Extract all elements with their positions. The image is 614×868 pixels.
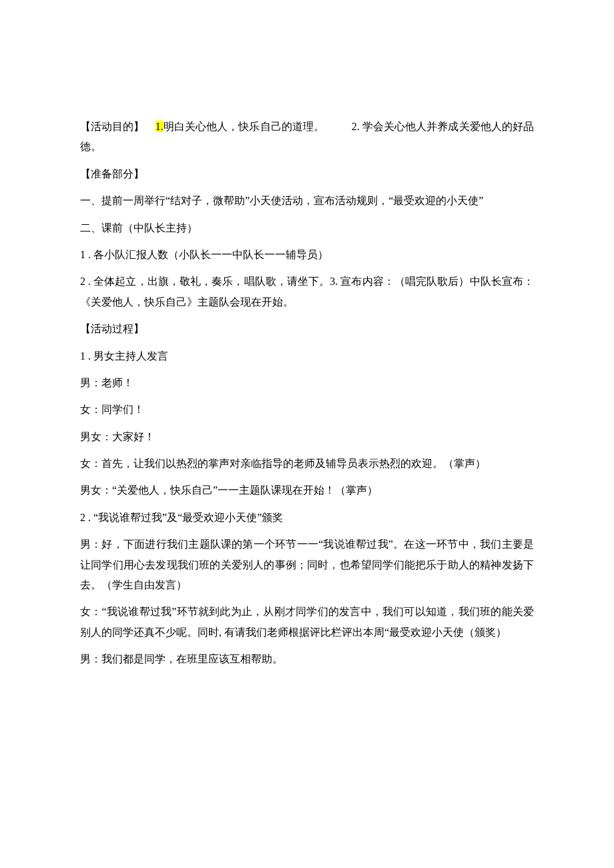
paragraph-preparation-2-2: 2 . 全体起立，出旗，敬礼，奏乐，唱队歌，请坐下。3. 宣布内容：（唱完队歌后… [80, 272, 534, 312]
paragraph-male-segment: 男：好，下面进行我们主题队课的第一个环节一一“我说谁帮过我”。在这一环节中，我们… [80, 534, 534, 595]
document-page: 【活动目的】 1.明白关心他人，快乐自己的道理。 2. 学会关心他人并养成关爱他… [0, 0, 614, 868]
paragraph-process-1: 1 . 男女主持人发言 [80, 346, 534, 366]
purpose-label: 【活动目的】 [80, 121, 144, 132]
paragraph-process-2: 2 . “我说谁帮过我”及“最受欢迎小天使”颁奖 [80, 508, 534, 528]
paragraph-female-award: 女：“我说谁帮过我”环节就到此为止，从刚才同学们的发言中，我们可以知道，我们班的… [80, 602, 534, 642]
paragraph-preparation-2-1: 1 . 各小队汇报人数（小队长一一中队长一一辅导员） [80, 245, 534, 265]
paragraph-preparation-2: 二、课前（中队长主持） [80, 218, 534, 238]
paragraph-female-students: 女：同学们！ [80, 400, 534, 420]
paragraph-activity-purpose: 【活动目的】 1.明白关心他人，快乐自己的道理。 2. 学会关心他人并养成关爱他… [80, 117, 534, 157]
highlighted-text: 1. [156, 121, 164, 132]
purpose-text-1: 明白关心他人，快乐自己的道理。 [164, 121, 324, 132]
paragraph-male-help: 男：我们都是同学，在班里应该互相帮助。 [80, 649, 534, 669]
paragraph-preparation-1: 一、提前一周举行“结对子，微帮助”小天使活动，宣布活动规则，“最受欢迎的小天使” [80, 191, 534, 211]
paragraph-female-welcome: 女：首先，让我们以热烈的掌声对亲临指导的老师及辅导员表示热烈的欢迎。（掌声） [80, 454, 534, 474]
paragraph-preparation-header: 【准备部分】 [80, 164, 534, 184]
paragraph-process-header: 【活动过程】 [80, 319, 534, 339]
paragraph-both-start: 男女：“关爱他人，快乐自己”一一主题队课现在开始！（掌声） [80, 480, 534, 500]
paragraph-male-teacher: 男：老师！ [80, 373, 534, 393]
paragraph-both-hello: 男女：大家好！ [80, 427, 534, 447]
